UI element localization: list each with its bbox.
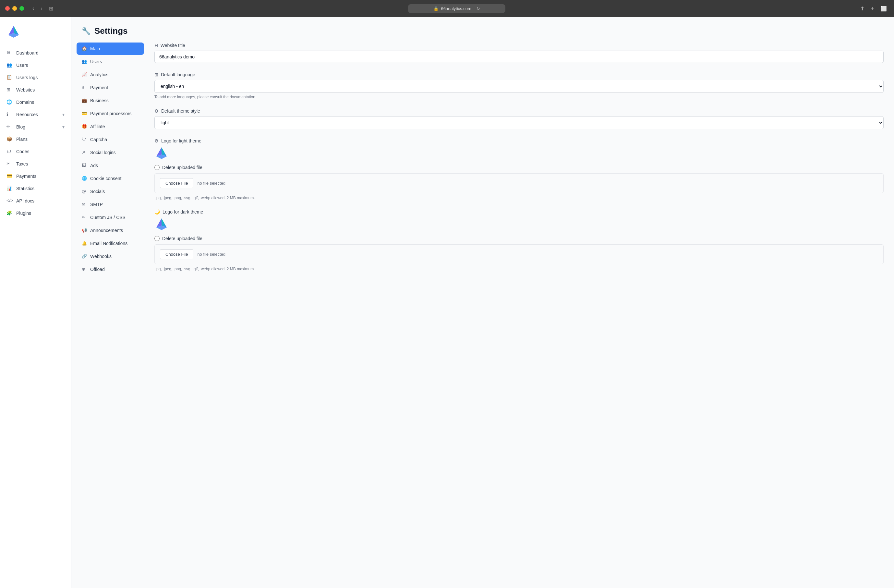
sidebar-item-codes[interactable]: 🏷Codes [0, 145, 71, 158]
settings-nav-label-analytics: Analytics [90, 72, 108, 77]
settings-nav-smtp[interactable]: ✉SMTP [77, 198, 144, 211]
users-icon: 👥 [82, 59, 87, 64]
choose-dark-logo-button[interactable]: Choose File [160, 249, 193, 259]
close-button[interactable] [5, 6, 10, 11]
main-content: 🔧 Settings 🏠Main👥Users📈Analytics$Payment… [71, 17, 894, 588]
share-button[interactable]: ⬆ [858, 4, 867, 13]
settings-nav-email-notifications[interactable]: 🔔Email Notifications [77, 237, 144, 249]
sidebar-toggle[interactable]: ⊞ [47, 4, 55, 13]
sidebar-item-taxes[interactable]: ✂Taxes [0, 158, 71, 170]
sidebar-item-label-users: Users [16, 63, 28, 68]
settings-nav-users[interactable]: 👥Users [77, 56, 144, 68]
settings-nav-label-social-logins: Social logins [90, 150, 116, 155]
shield-icon: 🛡 [82, 137, 87, 142]
settings-nav-payment-processors[interactable]: 💳Payment processors [77, 107, 144, 120]
bell-icon: 🔔 [82, 241, 87, 246]
settings-nav-label-users: Users [90, 59, 102, 64]
sidebar-item-plans[interactable]: 📦Plans [0, 133, 71, 145]
settings-nav-main[interactable]: 🏠Main [77, 42, 144, 55]
moon-icon: 🌙 [154, 209, 160, 215]
sidebar-item-label-domains: Domains [16, 100, 34, 105]
settings-nav-label-payment-processors: Payment processors [90, 111, 132, 116]
lock-icon: 🔒 [433, 6, 439, 11]
url-bar[interactable]: 🔒 66analytics.com ↻ [408, 4, 505, 13]
sidebar-item-statistics[interactable]: 📊Statistics [0, 182, 71, 195]
sidebar-item-payments[interactable]: 💳Payments [0, 170, 71, 182]
sidebar-item-resources[interactable]: ℹResources▾ [0, 108, 71, 121]
default-language-label: ⊞ Default language [154, 72, 883, 77]
users-icon: 👥 [6, 62, 12, 68]
sidebar-item-dashboard[interactable]: 🖥Dashboard [0, 47, 71, 59]
browser-chrome: ‹ › ⊞ 🔒 66analytics.com ↻ ⬆ + ⬜ [0, 0, 894, 17]
sidebar-item-websites[interactable]: ⊞Websites [0, 84, 71, 96]
language-icon: ⊞ [154, 72, 158, 77]
settings-nav-affiliate[interactable]: 🎁Affiliate [77, 120, 144, 133]
settings-nav-webhooks[interactable]: 🔗Webhooks [77, 250, 144, 263]
settings-nav-label-captcha: Captcha [90, 137, 107, 142]
settings-nav-payment[interactable]: $Payment [77, 82, 144, 94]
new-tab-button[interactable]: + [869, 4, 876, 13]
browser-controls: ‹ › ⊞ [30, 4, 55, 13]
light-logo-upload-box: Choose File no file selected [154, 173, 883, 193]
sidebar-item-label-plugins: Plugins [16, 211, 31, 216]
windows-button[interactable]: ⬜ [879, 4, 889, 13]
settings-nav-business[interactable]: 💼Business [77, 94, 144, 107]
default-language-section: ⊞ Default language english - en To add m… [154, 72, 883, 99]
back-button[interactable]: ‹ [30, 4, 36, 13]
settings-nav-offload[interactable]: ⊕Offload [77, 263, 144, 275]
minimize-button[interactable] [12, 6, 17, 11]
at-icon: @ [82, 189, 87, 194]
pie-chart-icon: 📈 [82, 72, 87, 77]
traffic-lights [5, 6, 24, 11]
settings-nav-ads[interactable]: 🖼Ads [77, 159, 144, 172]
sidebar-item-plugins[interactable]: 🧩Plugins [0, 207, 71, 219]
website-title-input[interactable] [154, 51, 883, 63]
no-file-dark-text: no file selected [197, 252, 225, 257]
app-logo [6, 25, 21, 39]
language-select[interactable]: english - en [154, 80, 883, 93]
sun-icon: ⚙ [154, 138, 159, 144]
sidebar-item-label-blog: Blog [16, 124, 25, 130]
theme-select[interactable]: light darksystem [154, 116, 883, 129]
settings-nav-custom-js-css[interactable]: ✏Custom JS / CSS [77, 211, 144, 224]
delete-light-logo-label[interactable]: Delete uploaded file [162, 165, 202, 170]
settings-header: 🔧 Settings [71, 17, 894, 42]
sidebar-item-blog[interactable]: ✏Blog▾ [0, 121, 71, 133]
reload-icon[interactable]: ↻ [477, 6, 480, 11]
settings-nav-cookie-consent[interactable]: 🌐Cookie consent [77, 172, 144, 184]
settings-nav-socials[interactable]: @Socials [77, 185, 144, 198]
sidebar-item-domains[interactable]: 🌐Domains [0, 96, 71, 108]
edit-icon: ✏ [6, 124, 12, 130]
sidebar-logo [0, 17, 71, 44]
language-hint: To add more languages, please consult th… [154, 95, 883, 99]
delete-dark-logo-label[interactable]: Delete uploaded file [162, 236, 202, 241]
delete-light-logo-radio[interactable] [154, 165, 160, 170]
forward-button[interactable]: › [39, 4, 44, 13]
monitor-icon: 🖥 [6, 50, 12, 56]
sidebar-item-users[interactable]: 👥Users [0, 59, 71, 71]
settings-nav-label-business: Business [90, 98, 109, 103]
choose-light-logo-button[interactable]: Choose File [160, 178, 193, 188]
maximize-button[interactable] [20, 6, 24, 11]
settings-nav-analytics[interactable]: 📈Analytics [77, 68, 144, 81]
sidebar-item-users-logs[interactable]: 📋Users logs [0, 71, 71, 84]
settings-nav-social-logins[interactable]: ↗Social logins [77, 147, 144, 159]
settings-nav-label-email-notifications: Email Notifications [90, 241, 127, 246]
settings-nav-captcha[interactable]: 🛡Captcha [77, 133, 144, 146]
logo-dark-label: 🌙 Logo for dark theme [154, 209, 883, 215]
dark-logo-hint: .jpg, .jpeg, .png, .svg, .gif, .webp all… [154, 267, 883, 271]
code-icon: </> [6, 198, 12, 204]
delete-light-logo-row: Delete uploaded file [154, 165, 883, 170]
sidebar-item-api-docs[interactable]: </>API docs [0, 195, 71, 207]
sidebar-item-label-codes: Codes [16, 149, 29, 154]
sidebar-item-label-payments: Payments [16, 174, 36, 179]
file-text-icon: 📋 [6, 75, 12, 80]
settings-nav-label-custom-js-css: Custom JS / CSS [90, 215, 125, 220]
delete-dark-logo-row: Delete uploaded file [154, 236, 883, 241]
settings-nav-label-main: Main [90, 46, 100, 51]
globe-icon: 🌐 [6, 99, 12, 105]
delete-dark-logo-radio[interactable] [154, 236, 160, 241]
megaphone-icon: 📢 [82, 228, 87, 233]
settings-nav-announcements[interactable]: 📢Announcements [77, 224, 144, 237]
credit-card-icon: 💳 [82, 111, 87, 116]
